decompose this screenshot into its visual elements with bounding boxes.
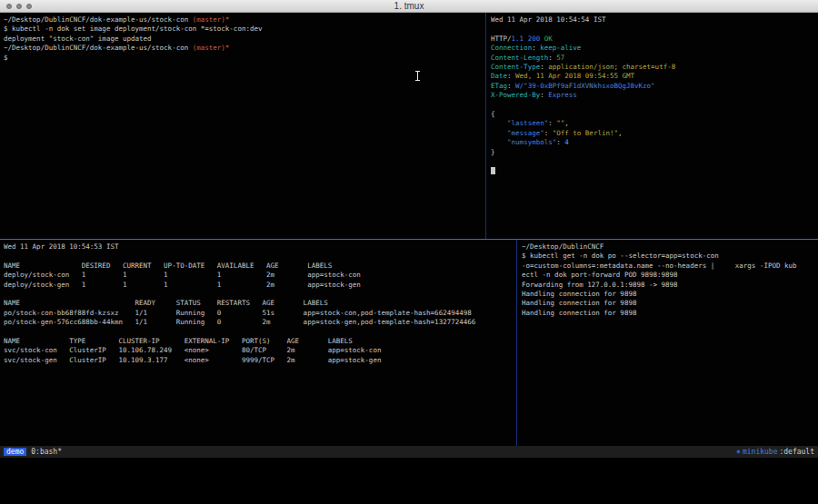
terminal-line: { [491,110,814,119]
terminal-line: po/stock-con-bb68f88fd-kzsxz 1/1 Running… [4,309,513,318]
terminal-text-segment: Content-Length [491,54,548,62]
terminal-text-segment: , [618,129,623,137]
block-cursor [491,167,495,174]
terminal-line [491,157,814,166]
terminal-line: Content-Length: 57 [491,54,814,63]
terminal-text-segment: "lastseen" [507,119,548,127]
session-name-badge[interactable]: demo [4,448,26,456]
kube-context: ⎈ minikube :default [736,446,814,458]
terminal-line: Connection: keep-alive [491,44,814,53]
terminal-line: HTTP/1.1 200 OK [491,35,814,44]
terminal-text-segment: : [540,63,548,71]
terminal-line: svc/stock-con ClusterIP 10.106.78.249 <n… [4,346,513,355]
kube-namespace: :default [779,446,814,458]
terminal-line: Handling connection for 9898 [522,290,814,299]
terminal-text-segment: "numsymbols" [507,138,556,146]
terminal-line: NAME READY STATUS RESTARTS AGE LABELS [4,299,513,308]
terminal-line: NAME TYPE CLUSTER-IP EXTERNAL-IP PORT(S)… [4,337,513,346]
terminal-text-segment: : [540,91,548,99]
terminal-line: NAME DESIRED CURRENT UP-TO-DATE AVAILABL… [4,262,513,271]
terminal-line: ~/Desktop/DublinCNCF/dok-example-us/stoc… [4,44,484,53]
window-title: 1. tmux [0,1,818,11]
terminal-text-segment: keep-alive [540,44,581,52]
terminal-text-segment: "message" [507,129,544,137]
terminal-line: ETag: W/"39-0xBPf9aF1dXVNkhsxoBQgJ8vKzo" [491,82,814,91]
terminal-text-segment: application/json; charset=utf-8 [548,63,675,71]
screen: 1. tmux ~/Desktop/DublinCNCF/dok-example… [0,0,818,504]
terminal-line: "message": "Off to Berlin!", [491,129,814,138]
terminal-line: ectl -n dok port-forward POD 9898:9898 [522,271,814,280]
window-titlebar[interactable]: 1. tmux [0,0,818,13]
terminal-text-segment [491,119,507,127]
terminal-text-segment: OK [544,35,553,43]
terminal-line: svc/stock-gen ClusterIP 10.109.3.177 <no… [4,356,513,365]
terminal-text-segment: : [532,44,540,52]
terminal-text-segment: (master) [193,15,225,24]
pane-divider-vertical-bottom[interactable] [516,240,517,446]
terminal-text-segment: : [548,54,556,62]
terminal-text-segment: ~/Desktop/DublinCNCF/dok-example-us/stoc… [4,15,193,24]
terminal-line [4,290,513,299]
mouse-cursor-ibeam [414,71,421,81]
pane-divider-horizontal[interactable] [0,239,818,240]
terminal-line: Date: Wed, 11 Apr 2018 09:54:55 GMT [491,72,814,81]
terminal-text-segment: Express [548,91,577,99]
pane-shell-kubectl-set-image[interactable]: ~/Desktop/DublinCNCF/dok-example-us/stoc… [4,15,484,237]
terminal-text-segment: Date [491,72,507,80]
terminal-line: Handling connection for 9898 [522,299,814,308]
pane-port-forward[interactable]: ~/Desktop/DublinCNCF$ kubectl get -n dok… [522,242,814,444]
terminal-line: "numsymbols": 4 [491,138,814,147]
terminal-text-segment: ETag [491,82,507,90]
terminal-area: ~/Desktop/DublinCNCF/dok-example-us/stoc… [0,13,818,446]
terminal-text-segment: 57 [556,54,564,62]
terminal-line: deploy/stock-con 1 1 1 1 2m app=stock-co… [4,271,513,280]
terminal-line: } [491,148,814,157]
terminal-text-segment: 1.1 [512,35,524,43]
terminal-text-segment: : [507,82,515,90]
terminal-line: deployment "stock-con" image updated [4,35,484,44]
terminal-line: $ [4,54,484,63]
terminal-text-segment: * [225,44,230,52]
terminal-line: X-Powered-By: Express [491,91,814,100]
terminal-line: Wed 11 Apr 2018 10:54:54 IST [491,15,814,25]
terminal-line [4,328,513,337]
terminal-text-segment: : [556,138,564,146]
terminal-text-segment: , [564,119,569,127]
terminal-text-segment: : [548,119,556,127]
terminal-line: deploy/stock-gen 1 1 1 1 2m app=stock-ge… [4,281,513,290]
terminal-line: po/stock-gen-576cc688bb-44kmn 1/1 Runnin… [4,318,513,327]
pane-http-response[interactable]: Wed 11 Apr 2018 10:54:54 IST HTTP/1.1 20… [491,15,814,237]
pane-kubectl-resources[interactable]: Wed 11 Apr 2018 10:54:53 IST NAME DESIRE… [4,242,513,444]
terminal-line [491,101,814,110]
terminal-text-segment: "" [556,119,564,127]
terminal-text-segment: : [507,72,515,80]
terminal-text-segment: * [225,15,230,24]
terminal-line [491,167,814,176]
terminal-text-segment: Connection [491,44,532,52]
terminal-line [4,252,513,261]
terminal-line: "lastseen": "", [491,119,814,128]
terminal-line: ~/Desktop/DublinCNCF/dok-example-us/stoc… [4,15,484,25]
window-indicator[interactable]: 0:bash* [31,448,62,456]
kube-context-name: minikube [743,446,778,458]
terminal-text-segment: X-Powered-By [491,91,540,99]
terminal-text-segment [491,129,507,137]
terminal-line: Forwarding from 127.0.0.1:9898 -> 9898 [522,281,814,290]
terminal-line: Content-Type: application/json; charset=… [491,63,814,72]
terminal-line [491,25,814,34]
terminal-text-segment: W/"39-0xBPf9aF1dXVNkhsxoBQgJ8vKzo" [515,82,655,90]
terminal-line: $ kubectl get -n dok po --selector=app=s… [522,252,814,261]
terminal-line: Wed 11 Apr 2018 10:54:53 IST [4,242,513,252]
terminal-line: ~/Desktop/DublinCNCF [522,242,814,252]
terminal-text-segment: HTTP/ [491,35,512,43]
terminal-text-segment: ~/Desktop/DublinCNCF/dok-example-us/stoc… [4,44,193,52]
status-left: demo0:bash* [4,446,62,458]
terminal-text-segment: (master) [193,44,225,52]
tmux-status-bar: demo0:bash* ⎈ minikube :default [0,446,818,458]
pane-divider-vertical-top[interactable] [485,13,486,239]
terminal-text-segment [491,138,507,146]
terminal-line: -o=custom-columns=:metadata.name --no-he… [522,262,814,271]
terminal-text-segment: : [544,129,553,137]
terminal-line: Handling connection for 9898 [522,309,814,318]
terminal-text-segment: 4 [564,138,569,146]
